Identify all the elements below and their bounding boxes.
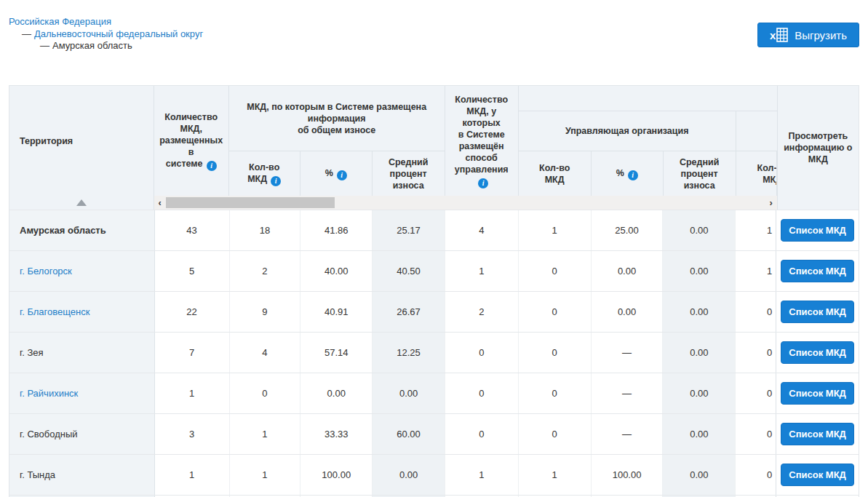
cell-kolvo-mkd-wear: 1 (230, 414, 301, 454)
mkd-list-button[interactable]: Список МКД (781, 301, 854, 323)
cell-avg-wear-mgmt: 0.00 (663, 251, 736, 291)
territory-name: г. Тында (20, 469, 55, 480)
column-header-count-in-system: Количество МКД, размещенных в системеi (154, 86, 229, 196)
table-row: г. Благовещенск 22 9 40.91 26.67 2 0 0.0… (9, 291, 859, 332)
table-row: г. Белогорск 5 2 40.00 40.50 1 0 0.00 0.… (9, 250, 859, 291)
breadcrumb-level-1: Российская Федерация (9, 16, 203, 28)
cell-avg-wear-mgmt: 0.00 (663, 210, 736, 250)
info-icon[interactable]: i (478, 178, 488, 188)
breadcrumb-level-2: —Дальневосточный федеральный округ (22, 28, 203, 41)
info-icon[interactable]: i (628, 170, 638, 180)
count-mgmt-method-label: Количество МКД, у которых в Системе разм… (455, 95, 509, 175)
cell-avg-wear-mgmt: 0.00 (663, 414, 736, 454)
sort-asc-icon[interactable] (76, 199, 87, 206)
column-header-kolvo-mkd-mgmt: Кол-во МКД (519, 151, 592, 196)
cell-avg-wear: 26.67 (373, 292, 445, 332)
cell-percent-wear: 33.33 (300, 414, 373, 454)
page: Российская Федерация —Дальневосточный фе… (0, 0, 868, 497)
percent2-label: % (616, 168, 624, 178)
horizontal-scrollbar[interactable]: ‹ › (154, 196, 777, 210)
cell-kolvo-mkd-cut: 0 (736, 292, 776, 332)
cell-kolvo-mkd-cut: 0 (736, 455, 776, 495)
cell-percent-mgmt: 0.00 (592, 292, 664, 332)
cell-avg-wear-mgmt: 0.00 (663, 292, 736, 332)
scrollbar-thumb[interactable] (166, 197, 335, 208)
cell-percent-mgmt: 100.00 (592, 455, 664, 495)
cell-avg-wear: 12.25 (373, 333, 445, 373)
info-icon[interactable]: i (271, 176, 281, 186)
mkd-list-button[interactable]: Список МКД (781, 464, 854, 486)
cell-count-mgmt-method: 0 (445, 373, 519, 413)
cell-kolvo-mkd-wear: 18 (230, 210, 301, 250)
cell-kolvo-mkd-wear: 4 (230, 333, 301, 373)
table-row: Амурская область 43 18 41.86 25.17 4 1 2… (9, 210, 859, 250)
cell-percent-mgmt: — (592, 333, 664, 373)
table-header: Территория Количество МКД, размещенных в… (9, 86, 859, 210)
territory-name: г. Зея (20, 347, 44, 358)
territory-header-label: Территория (20, 86, 73, 196)
count-in-system-label: Количество МКД, размещенных в системе (159, 112, 223, 169)
cell-kolvo-mkd-mgmt: 0 (519, 251, 592, 291)
mkd-list-button[interactable]: Список МКД (781, 382, 854, 405)
mkd-list-button[interactable]: Список МКД (781, 341, 854, 364)
cell-percent-mgmt: 0.00 (592, 251, 664, 291)
table-row: г. Зея 7 4 57.14 12.25 0 0 — 0.00 0 Спис… (9, 332, 859, 373)
cell-count-in-system: 1 (155, 373, 230, 413)
mkd-list-button[interactable]: Список МКД (781, 423, 854, 445)
group-wear-info-label: МКД, по которым в Системе размещена инфо… (247, 101, 426, 136)
cell-count-mgmt-method: 1 (445, 455, 519, 495)
territory-link[interactable]: г. Белогорск (20, 266, 72, 277)
territory-link[interactable]: г. Райчихинск (20, 388, 78, 399)
cell-kolvo-mkd-cut: 0 (736, 333, 776, 373)
cell-percent-wear: 40.00 (300, 251, 373, 291)
info-icon[interactable]: i (207, 161, 217, 171)
cell-count-mgmt-method: 4 (445, 210, 519, 250)
kolvo-mkd2-label: Кол-во МКД (539, 162, 570, 186)
column-header-avg-wear: Средний процент износа (373, 151, 445, 196)
cell-kolvo-mkd-cut: 1 (736, 210, 776, 250)
column-header-count-mgmt-method: Количество МКД, у которых в Системе разм… (445, 86, 519, 196)
cell-count-mgmt-method: 0 (445, 333, 519, 373)
cell-avg-wear: 40.50 (373, 251, 445, 291)
export-button[interactable]: x Выгрузить (757, 23, 859, 47)
breadcrumb-link-russia[interactable]: Российская Федерация (9, 16, 111, 27)
cell-count-in-system: 3 (155, 414, 230, 454)
mkd-list-button[interactable]: Список МКД (781, 260, 854, 282)
cell-percent-wear: 40.91 (300, 292, 373, 332)
breadcrumb-link-district[interactable]: Дальневосточный федеральный округ (34, 28, 203, 39)
cell-avg-wear: 0.00 (373, 455, 445, 495)
cell-percent-wear: 0.00 (300, 373, 373, 413)
cell-kolvo-mkd-mgmt: 0 (519, 292, 592, 332)
column-header-kolvo-mkd-wear: Кол-во МКДi (229, 151, 300, 196)
mkd-list-button[interactable]: Список МКД (781, 219, 854, 242)
cell-percent-mgmt: — (592, 414, 664, 454)
cell-kolvo-mkd-wear: 2 (230, 251, 301, 291)
group-header-management-org: Управляющая организация (519, 111, 736, 151)
percent-label: % (325, 168, 333, 178)
info-icon[interactable]: i (337, 170, 347, 180)
group-header-next-cut (736, 111, 777, 151)
cell-kolvo-mkd-mgmt: 1 (519, 210, 592, 250)
avg-wear-label: Средний процент износа (375, 156, 442, 191)
cell-avg-wear-mgmt: 0.00 (663, 455, 736, 495)
breadcrumb-level-3: —Амурская область (40, 40, 203, 52)
cell-kolvo-mkd-wear: 9 (230, 292, 301, 332)
cell-percent-mgmt: — (592, 373, 664, 413)
scroll-right-arrow-icon[interactable]: › (765, 196, 777, 210)
territory-name: г. Свободный (20, 429, 78, 440)
excel-icon: x (770, 28, 788, 42)
cell-count-in-system: 7 (155, 333, 230, 373)
cell-kolvo-mkd-mgmt: 1 (519, 455, 592, 495)
cell-avg-wear: 0.00 (373, 373, 445, 413)
cell-percent-wear: 41.86 (300, 210, 373, 250)
cell-count-mgmt-method: 0 (445, 414, 519, 454)
table-row: г. Райчихинск 1 0 0.00 0.00 0 0 — 0.00 0… (9, 373, 859, 413)
cell-kolvo-mkd-cut: 0 (736, 414, 776, 454)
territory-name: Амурская область (20, 225, 106, 236)
scroll-left-arrow-icon[interactable]: ‹ (154, 196, 166, 210)
territory-link[interactable]: г. Благовещенск (20, 306, 89, 317)
column-header-territory[interactable]: Территория (9, 86, 154, 210)
column-header-percent-wear: %i (300, 151, 373, 196)
cell-kolvo-mkd-mgmt: 0 (519, 373, 592, 413)
group-header-wear-info: МКД, по которым в Системе размещена инфо… (229, 86, 445, 151)
